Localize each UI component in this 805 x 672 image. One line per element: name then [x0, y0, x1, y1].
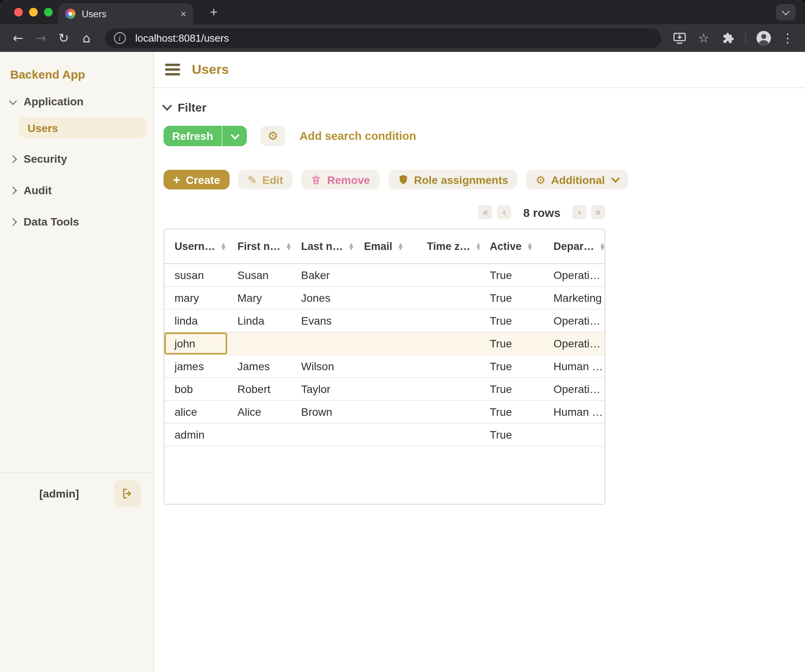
- table-row[interactable]: aliceAliceBrownTrueHuman …: [164, 401, 605, 424]
- table-row[interactable]: maryMaryJonesTrueMarketing: [164, 287, 605, 310]
- table-row[interactable]: adminTrue: [164, 424, 605, 446]
- column-header[interactable]: Active▲▼: [480, 230, 543, 263]
- table-cell[interactable]: Susan: [227, 264, 291, 286]
- table-cell[interactable]: Operati…: [543, 310, 605, 332]
- table-cell[interactable]: [354, 264, 417, 286]
- logout-button[interactable]: [114, 480, 140, 507]
- role-assignments-button[interactable]: Role assignments: [388, 170, 518, 189]
- table-cell[interactable]: Robert: [227, 378, 291, 400]
- table-cell[interactable]: True: [480, 332, 543, 354]
- sort-icon[interactable]: ▲▼: [287, 242, 291, 250]
- table-cell[interactable]: [354, 355, 417, 377]
- table-cell[interactable]: Evans: [291, 310, 354, 332]
- table-cell[interactable]: Human …: [543, 355, 605, 377]
- edit-button[interactable]: ✎ Edit: [238, 170, 292, 189]
- table-row[interactable]: bobRobertTaylorTrueOperati…: [164, 378, 605, 401]
- table-cell[interactable]: [417, 401, 480, 423]
- install-app-button[interactable]: [670, 29, 689, 48]
- table-cell[interactable]: True: [480, 355, 543, 377]
- table-cell[interactable]: [354, 287, 417, 309]
- refresh-dropdown-button[interactable]: [222, 126, 247, 146]
- prev-page-button[interactable]: ‹: [497, 205, 511, 219]
- table-cell[interactable]: Operati…: [543, 332, 605, 354]
- new-tab-button[interactable]: +: [204, 3, 223, 22]
- table-cell[interactable]: mary: [164, 287, 227, 309]
- table-cell[interactable]: [417, 310, 480, 332]
- table-cell[interactable]: Taylor: [291, 378, 354, 400]
- home-button[interactable]: ⌂: [76, 28, 97, 48]
- column-header[interactable]: First n…▲▼: [227, 230, 291, 263]
- table-cell[interactable]: [227, 424, 291, 446]
- first-page-button[interactable]: «: [478, 205, 493, 219]
- create-button[interactable]: + Create: [164, 170, 230, 189]
- column-header[interactable]: Usern…▲▼: [164, 230, 227, 263]
- filter-settings-button[interactable]: ⚙: [260, 126, 285, 146]
- address-bar[interactable]: i localhost:8081/users: [105, 28, 661, 48]
- table-cell[interactable]: Linda: [227, 310, 291, 332]
- menu-toggle-button[interactable]: [165, 64, 180, 75]
- table-cell[interactable]: Marketing: [543, 287, 605, 309]
- table-cell[interactable]: True: [480, 287, 543, 309]
- column-header[interactable]: Depar…▲▼: [543, 230, 605, 263]
- extensions-button[interactable]: [719, 29, 737, 48]
- table-cell[interactable]: [417, 424, 480, 446]
- table-cell[interactable]: [354, 310, 417, 332]
- add-search-condition-link[interactable]: Add search condition: [300, 130, 416, 142]
- table-cell[interactable]: [354, 378, 417, 400]
- browser-tab[interactable]: Users ×: [58, 3, 193, 24]
- table-cell[interactable]: susan: [164, 264, 227, 286]
- sidebar-section-audit[interactable]: Audit: [10, 174, 147, 206]
- next-page-button[interactable]: ›: [572, 205, 586, 219]
- table-cell[interactable]: [417, 378, 480, 400]
- bookmark-star-button[interactable]: ☆: [694, 29, 713, 48]
- table-cell[interactable]: Jones: [291, 287, 354, 309]
- table-cell[interactable]: Operati…: [543, 264, 605, 286]
- table-row[interactable]: susanSusanBakerTrueOperati…: [164, 264, 605, 287]
- table-row[interactable]: johnTrueOperati…: [164, 332, 605, 355]
- refresh-button[interactable]: Refresh: [164, 126, 222, 146]
- back-button[interactable]: ←: [8, 28, 28, 48]
- window-zoom-button[interactable]: [44, 8, 53, 17]
- table-cell[interactable]: Alice: [227, 401, 291, 423]
- table-cell[interactable]: [417, 332, 480, 354]
- table-cell[interactable]: [354, 424, 417, 446]
- table-cell[interactable]: admin: [164, 424, 227, 446]
- rows-count[interactable]: 8 rows: [523, 206, 561, 219]
- sidebar-section-application[interactable]: Application: [10, 86, 147, 117]
- table-cell[interactable]: Brown: [291, 401, 354, 423]
- table-cell[interactable]: [354, 332, 417, 354]
- table-cell[interactable]: james: [164, 355, 227, 377]
- reload-button[interactable]: ↻: [53, 28, 74, 48]
- table-cell[interactable]: [417, 287, 480, 309]
- column-header[interactable]: Time z…▲▼: [417, 230, 480, 263]
- forward-button[interactable]: →: [31, 28, 51, 48]
- remove-button[interactable]: Remove: [301, 170, 379, 189]
- table-cell[interactable]: john: [164, 332, 227, 354]
- profile-button[interactable]: [754, 29, 773, 48]
- table-cell[interactable]: Operati…: [543, 378, 605, 400]
- table-cell[interactable]: [227, 332, 291, 354]
- table-cell[interactable]: Human …: [543, 401, 605, 423]
- table-cell[interactable]: Wilson: [291, 355, 354, 377]
- window-minimize-button[interactable]: [29, 8, 38, 17]
- sort-icon[interactable]: ▲▼: [601, 242, 605, 250]
- additional-button[interactable]: ⚙ Additional: [526, 170, 629, 189]
- tab-search-button[interactable]: [776, 4, 796, 20]
- table-cell[interactable]: Mary: [227, 287, 291, 309]
- table-row[interactable]: lindaLindaEvansTrueOperati…: [164, 310, 605, 332]
- browser-menu-button[interactable]: ⋮: [778, 29, 797, 48]
- tab-close-icon[interactable]: ×: [180, 9, 186, 19]
- table-cell[interactable]: True: [480, 310, 543, 332]
- table-cell[interactable]: Baker: [291, 264, 354, 286]
- site-info-button[interactable]: i: [110, 29, 129, 48]
- table-cell[interactable]: [543, 424, 605, 446]
- table-cell[interactable]: [417, 264, 480, 286]
- table-cell[interactable]: [291, 332, 354, 354]
- last-page-button[interactable]: »: [591, 205, 605, 219]
- sort-icon[interactable]: ▲▼: [477, 242, 480, 250]
- window-close-button[interactable]: [14, 8, 23, 17]
- table-cell[interactable]: bob: [164, 378, 227, 400]
- filter-toggle[interactable]: Filter: [164, 99, 206, 115]
- table-cell[interactable]: linda: [164, 310, 227, 332]
- sidebar-section-security[interactable]: Security: [10, 143, 147, 174]
